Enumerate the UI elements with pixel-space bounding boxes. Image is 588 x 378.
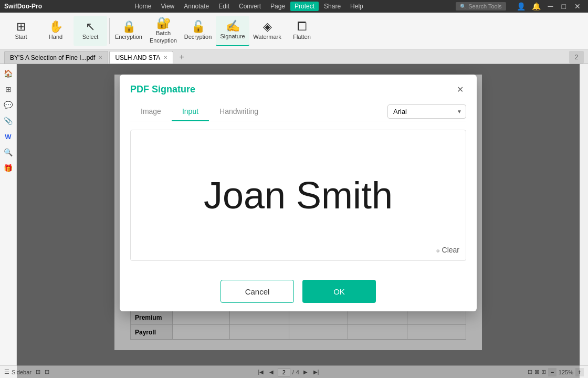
toolbar-flatten-label: Flatten xyxy=(293,34,311,40)
pdf-signature-modal: PDF Signature ✕ Image Input Handwriting … xyxy=(120,75,477,311)
minimize-button[interactable]: ─ xyxy=(545,2,556,10)
close-button[interactable]: ✕ xyxy=(571,2,584,10)
left-sidebar: 🏠 ⊞ 💬 📎 W 🔍 🎁 xyxy=(0,64,17,378)
modal-footer: Cancel OK xyxy=(120,271,477,311)
toolbar-flatten-button[interactable]: ⧠ Flatten xyxy=(285,16,319,46)
tab-first-pdf-label: BY'S A Selection of Fine I...pdf xyxy=(10,54,95,61)
eraser-icon: ⬦ xyxy=(436,246,440,254)
new-tab-button[interactable]: + xyxy=(174,51,189,64)
start-icon: ⊞ xyxy=(16,21,26,33)
sidebar-word-icon[interactable]: W xyxy=(2,130,15,143)
app-title: SwifDoo-Pro xyxy=(4,3,42,10)
tab-second-pdf-label: USLH AND STA xyxy=(115,54,160,61)
menu-protect[interactable]: Protect xyxy=(290,2,319,11)
signature-canvas[interactable]: Joan Smith ⬦ Clear xyxy=(130,130,466,261)
modal-close-button[interactable]: ✕ xyxy=(454,83,466,96)
menu-share[interactable]: Share xyxy=(320,2,345,11)
tab-bar: BY'S A Selection of Fine I...pdf ✕ USLH … xyxy=(0,49,588,64)
clear-label: Clear xyxy=(442,246,459,254)
sidebar-home-icon[interactable]: 🏠 xyxy=(2,67,15,80)
ok-button[interactable]: OK xyxy=(302,280,376,303)
toolbar-batch-encryption-label: Batch Encryption xyxy=(149,30,178,44)
tab-input[interactable]: Input xyxy=(172,102,209,121)
tab-first-pdf[interactable]: BY'S A Selection of Fine I...pdf ✕ xyxy=(4,51,108,64)
modal-header: PDF Signature ✕ xyxy=(120,75,477,102)
signature-icon: ✍ xyxy=(226,20,240,32)
sidebar-gift-icon[interactable]: 🎁 xyxy=(2,162,15,174)
toolbar-encryption-button[interactable]: 🔒 Encryption xyxy=(112,16,145,46)
tab-image[interactable]: Image xyxy=(130,102,172,121)
document-content-area: SECTION A: TOTAL PRIOR PAYROLL AND PREMI… xyxy=(17,64,580,378)
decryption-icon: 🔓 xyxy=(191,21,205,33)
font-select[interactable]: Arial Times New Roman Courier New Georgi… xyxy=(387,104,466,119)
toolbar-decryption-label: Decryption xyxy=(184,34,212,40)
font-select-wrapper: Arial Times New Roman Courier New Georgi… xyxy=(387,104,466,119)
menu-convert[interactable]: Convert xyxy=(235,2,265,11)
tab-handwriting[interactable]: Handwriting xyxy=(209,102,269,121)
menu-home[interactable]: Home xyxy=(130,2,155,11)
encryption-icon: 🔒 xyxy=(122,21,136,33)
hand-icon: ✋ xyxy=(49,21,63,33)
clear-button[interactable]: ⬦ Clear xyxy=(436,246,459,254)
toolbar-hand-label: Hand xyxy=(49,34,62,40)
modal-overlay: PDF Signature ✕ Image Input Handwriting … xyxy=(17,64,580,378)
signature-text-display: Joan Smith xyxy=(204,174,393,217)
tab-first-close-icon[interactable]: ✕ xyxy=(98,55,102,60)
toolbar-select-label: Select xyxy=(82,34,99,40)
cancel-button[interactable]: Cancel xyxy=(220,280,294,303)
sidebar-comments-icon[interactable]: 💬 xyxy=(2,99,15,111)
select-icon: ↖ xyxy=(86,21,95,33)
menu-bar: Home View Annotate Edit Convert Page Pro… xyxy=(130,2,367,11)
tab-second-close-icon[interactable]: ✕ xyxy=(163,55,167,60)
menu-edit[interactable]: Edit xyxy=(214,2,234,11)
sidebar-toggle-icon: ☰ xyxy=(4,369,9,375)
toolbar-batch-encryption-button[interactable]: 🔐 Batch Encryption xyxy=(146,16,180,46)
menu-page[interactable]: Page xyxy=(266,2,289,11)
maximize-button[interactable]: □ xyxy=(559,2,569,10)
signature-tab-bar: Image Input Handwriting Arial Times New … xyxy=(130,102,466,121)
batch-encryption-icon: 🔐 xyxy=(156,17,171,29)
flatten-icon: ⧠ xyxy=(296,21,308,33)
toolbar-signature-label: Signature xyxy=(220,33,245,40)
tab-second-pdf[interactable]: USLH AND STA ✕ xyxy=(109,51,173,64)
toolbar-encryption-label: Encryption xyxy=(115,34,142,40)
menu-help[interactable]: Help xyxy=(346,2,368,11)
main-area: 🏠 ⊞ 💬 📎 W 🔍 🎁 SECTION A: TOTAL PRIOR PAY… xyxy=(0,64,588,378)
menu-annotate[interactable]: Annotate xyxy=(180,2,213,11)
toolbar-signature-button[interactable]: ✍ Signature xyxy=(216,16,249,46)
modal-title: PDF Signature xyxy=(130,84,195,95)
modal-body: Image Input Handwriting Arial Times New … xyxy=(120,102,477,271)
toolbar-watermark-button[interactable]: ◈ Watermark xyxy=(250,16,284,46)
toolbar-separator-1 xyxy=(109,18,110,44)
toolbar-start-label: Start xyxy=(15,34,27,40)
search-tools-placeholder: Search Tools xyxy=(468,3,501,9)
right-scrollbar-panel xyxy=(580,64,588,378)
search-icon: 🔍 xyxy=(460,4,466,9)
tab-count-badge: 2 xyxy=(569,51,584,64)
sidebar-search-icon[interactable]: 🔍 xyxy=(2,146,15,159)
watermark-icon: ◈ xyxy=(263,21,272,33)
sidebar-pages-icon[interactable]: ⊞ xyxy=(2,83,15,96)
toolbar-hand-button[interactable]: ✋ Hand xyxy=(39,16,72,46)
toolbar-watermark-label: Watermark xyxy=(253,34,281,40)
main-toolbar: ⊞ Start ✋ Hand ↖ Select 🔒 Encryption 🔐 B… xyxy=(0,13,588,49)
sidebar-attachments-icon[interactable]: 📎 xyxy=(2,114,15,127)
toolbar-start-button[interactable]: ⊞ Start xyxy=(4,16,38,46)
toolbar-select-button[interactable]: ↖ Select xyxy=(74,16,107,46)
notification-icon[interactable]: 🔔 xyxy=(530,2,543,10)
profile-icon[interactable]: 👤 xyxy=(514,2,528,10)
menu-view[interactable]: View xyxy=(156,2,178,11)
toolbar-decryption-button[interactable]: 🔓 Decryption xyxy=(181,16,215,46)
